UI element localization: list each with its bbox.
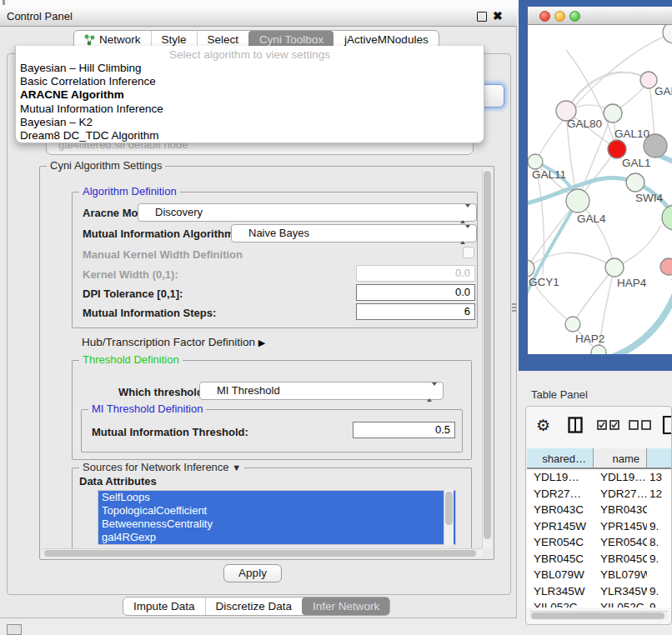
gear-icon[interactable]: ⚙ [536, 417, 550, 435]
hub-definition-label: Hub/Transcription Factor Definition [82, 336, 255, 348]
node-label: GAL80 [567, 118, 602, 130]
settings-horizontal-scrollbar[interactable] [43, 548, 483, 558]
network-node-hap2[interactable] [565, 317, 580, 332]
settings-vertical-scrollbar[interactable] [482, 169, 492, 549]
mi-steps-field[interactable]: 6 [356, 303, 475, 320]
table-row[interactable]: YER054CYER054C8. [527, 534, 672, 551]
table-cell: 8. [647, 534, 672, 551]
node-label: GAL [654, 85, 672, 98]
dpi-tolerance-label: DPI Tolerance [0,1]: [83, 288, 183, 300]
mi-algorithm-type-combo[interactable]: Naive Bayes [231, 224, 477, 242]
combo-arrows-icon [460, 208, 470, 220]
node-label: GCY1 [529, 276, 559, 288]
table-cell: YDR27… [527, 486, 594, 502]
attribute-list-scrollbar[interactable] [444, 490, 454, 545]
table-row[interactable]: YBR045CYBR045C9. [527, 551, 672, 568]
inference-algorithm-combo-fragment[interactable] [483, 84, 504, 108]
manual-kernel-checkbox[interactable] [463, 247, 474, 258]
table-row[interactable]: YLR345WYLR345W9. [527, 583, 672, 600]
algorithm-option[interactable]: ARACNE Algorithm [20, 88, 479, 102]
table-cell: YDL19… [594, 469, 647, 486]
column-header[interactable]: name [594, 448, 647, 469]
table-row[interactable]: YBL079WYBL079W [527, 567, 672, 583]
node-label: GAL10 [614, 128, 649, 140]
column-header[interactable] [647, 448, 672, 469]
table-row[interactable]: YBR043CYBR043C [527, 502, 672, 518]
zoom-traffic-light[interactable] [569, 11, 580, 22]
kernel-width-field[interactable]: 0.0 [356, 265, 475, 282]
dpi-tolerance-field[interactable]: 0.0 [356, 284, 475, 301]
table-toolbar: ⚙ [526, 407, 671, 447]
screen: Control Panel ✖ NetworkStyleSelectCyni T… [0, 0, 672, 635]
close-icon[interactable]: ✖ [493, 7, 503, 26]
close-traffic-light[interactable] [539, 11, 550, 22]
network-node[interactable] [663, 25, 672, 43]
attribute-item[interactable]: SelfLoops [98, 491, 455, 504]
sources-title[interactable]: Sources for Network Inference ▼ [79, 462, 244, 473]
table-row[interactable]: YDL19…YDL19…13 [527, 469, 672, 486]
expander-right-arrow-icon: ▶ [258, 338, 265, 348]
table-row[interactable]: YDR27…YDR27…12 [527, 486, 672, 502]
settings-group-title: Cyni Algorithm Settings [47, 160, 165, 172]
algorithm-option[interactable]: Dream8 DC_TDC Algorithm [20, 129, 479, 142]
table-cell: YBR043C [527, 502, 594, 518]
table-cell: YER054C [527, 534, 594, 551]
panel-splitter-handle[interactable] [512, 303, 516, 313]
attribute-item[interactable]: gal4RGexp [98, 531, 455, 544]
table-horizontal-scrollbar[interactable] [529, 611, 668, 620]
algorithm-option[interactable]: Bayesian – Hill Climbing [20, 62, 479, 75]
dropdown-placeholder: Select algorithm to view settings [16, 48, 484, 61]
table-cell: 9. [647, 551, 672, 568]
node-label: SWI4 [635, 192, 663, 204]
network-node-gal11[interactable] [528, 154, 543, 169]
network-canvas[interactable]: GALGAL80GAL10GAL1GAL11GAL4SWI4GCY1HAP4YH… [528, 25, 672, 354]
table-cell [647, 502, 672, 518]
table-cell: YIL052C [594, 599, 647, 608]
checked-columns-icon[interactable] [597, 420, 620, 430]
aracne-mode-combo[interactable]: Discovery [138, 203, 477, 222]
network-node-gal1[interactable] [608, 140, 626, 158]
mi-threshold-title: MI Threshold Definition [88, 403, 206, 415]
minimize-traffic-light[interactable] [554, 11, 565, 22]
table-row[interactable]: YIL052CYIL052C9 [527, 599, 672, 608]
algorithm-option[interactable]: Bayesian – K2 [20, 116, 479, 129]
network-node[interactable] [662, 205, 672, 230]
threshold-definition-title: Threshold Definition [79, 354, 183, 366]
top-edge-fragment [3, 0, 5, 5]
network-node-y[interactable] [660, 258, 672, 275]
export-table-icon[interactable] [662, 415, 672, 435]
network-node-gcy1[interactable] [528, 260, 534, 277]
apply-button[interactable]: Apply [223, 564, 282, 582]
tab-discretize-data[interactable]: Discretize Data [205, 598, 303, 615]
attribute-item[interactable]: TopologicalCoefficient [98, 504, 455, 518]
table-cell: YLR345W [594, 583, 647, 600]
algorithm-option[interactable]: Basic Correlation Inference [20, 75, 479, 88]
unchecked-columns-icon[interactable] [629, 420, 652, 430]
column-header[interactable]: shared… [527, 448, 594, 469]
combo-arrows-icon [460, 228, 470, 241]
network-window-titlebar[interactable] [528, 7, 672, 25]
network-node-swi4[interactable] [626, 173, 644, 192]
table-row[interactable]: YPR145WYPR145W9. [527, 518, 672, 535]
network-node-gal4[interactable] [566, 189, 589, 212]
table-panel: ⚙ shared…name YDL19…YDL19…13YDR2 [525, 406, 672, 625]
network-node-labels: GALGAL80GAL10GAL1GAL11GAL4SWI4GCY1HAP4YH… [529, 85, 672, 345]
attribute-item[interactable]: BetweennessCentrality [98, 518, 455, 531]
algorithm-definition-title: Algorithm Definition [79, 186, 180, 198]
control-panel-titlebar[interactable] [0, 7, 517, 27]
mi-threshold-field[interactable]: 0.5 [353, 422, 455, 438]
float-window-icon[interactable] [477, 12, 487, 22]
table-cell: 12 [647, 486, 672, 502]
network-node[interactable] [591, 345, 606, 354]
column-view-icon[interactable] [568, 417, 583, 433]
tab-infer-network[interactable]: Infer Network [302, 598, 389, 615]
hub-definition-expander[interactable]: Hub/Transcription Factor Definition ▶ [82, 336, 265, 348]
tab-impute-data[interactable]: Impute Data [123, 598, 205, 615]
minimized-panel-icon[interactable] [7, 624, 22, 635]
network-node-hap4[interactable] [605, 258, 624, 277]
network-node-gal10[interactable] [604, 104, 622, 122]
cyni-algorithm-settings-group: Cyni Algorithm Settings Algorithm Defini… [39, 166, 494, 560]
table-cell: YIL052C [527, 599, 594, 608]
algorithm-option[interactable]: Mutual Information Inference [20, 102, 479, 116]
which-threshold-combo[interactable]: MI Threshold [199, 382, 444, 400]
